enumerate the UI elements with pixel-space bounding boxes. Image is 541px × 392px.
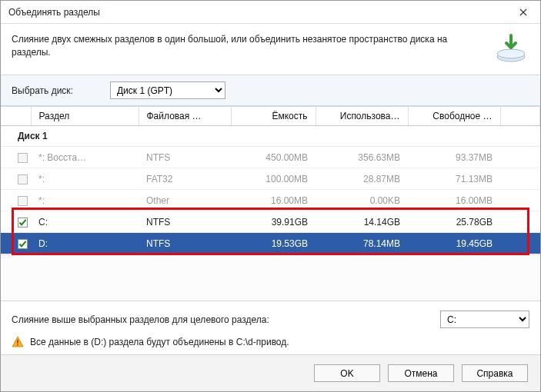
cell-used: 28.87MB <box>316 168 408 190</box>
disk-group-label: Диск 1 <box>1 126 540 147</box>
cell-capacity: 19.53GB <box>231 233 316 254</box>
merge-target-label: Слияние выше выбранных разделов для целе… <box>12 314 269 325</box>
col-used[interactable]: Использова… <box>316 107 408 126</box>
row-checkbox[interactable] <box>18 239 28 249</box>
cell-free: 19.45GB <box>408 233 500 254</box>
merge-target-row: Слияние выше выбранных разделов для целе… <box>12 311 529 328</box>
table-header-row: Раздел Файловая … Ёмкость Использова… Св… <box>1 107 540 126</box>
cell-used: 14.14GB <box>316 211 408 233</box>
window-title: Объединять разделы <box>8 7 100 18</box>
row-checkbox <box>18 196 28 206</box>
merge-target-select[interactable]: C: <box>440 311 529 328</box>
cell-filesystem: Other <box>139 190 231 211</box>
button-bar: OK Отмена Справка <box>1 354 540 391</box>
partition-row: *:FAT32100.00MB28.87MB71.13MB <box>1 168 540 190</box>
cell-capacity: 100.00MB <box>231 168 316 190</box>
cell-capacity: 450.00MB <box>231 147 316 168</box>
cell-partition: C: <box>31 211 139 233</box>
table-empty-area <box>1 254 540 301</box>
cell-used: 0.00KB <box>316 190 408 211</box>
disk-group-row: Диск 1 <box>1 126 540 147</box>
close-icon <box>519 8 527 16</box>
cell-filesystem: FAT32 <box>139 168 231 190</box>
row-checkbox-cell <box>1 147 31 168</box>
row-checkbox-cell[interactable] <box>1 233 31 254</box>
col-capacity[interactable]: Ёмкость <box>231 107 316 126</box>
close-button[interactable] <box>506 1 540 24</box>
row-checkbox <box>18 174 28 184</box>
disk-select[interactable]: Диск 1 (GPT) <box>110 81 225 99</box>
cell-capacity: 39.91GB <box>231 211 316 233</box>
cell-partition: *: Восста… <box>31 147 139 168</box>
cell-filesystem: NTFS <box>139 147 231 168</box>
partition-row[interactable]: C:NTFS39.91GB14.14GB25.78GB <box>1 211 540 233</box>
col-free[interactable]: Свободное … <box>408 107 500 126</box>
cell-partition: D: <box>31 233 139 254</box>
warning-row: Все данные в (D:) раздела будут объедине… <box>12 336 529 348</box>
partition-table: Раздел Файловая … Ёмкость Использова… Св… <box>1 106 540 254</box>
disk-select-label: Выбрать диск: <box>12 85 73 96</box>
row-checkbox-cell[interactable] <box>1 211 31 233</box>
row-checkbox-cell <box>1 190 31 211</box>
warning-icon <box>12 336 24 348</box>
cell-used: 78.14MB <box>316 233 408 254</box>
cell-capacity: 16.00MB <box>231 190 316 211</box>
disk-toolbar: Выбрать диск: Диск 1 (GPT) <box>1 75 540 106</box>
col-filesystem[interactable]: Файловая … <box>139 107 231 126</box>
lower-panel: Слияние выше выбранных разделов для целе… <box>1 301 540 354</box>
cell-free: 93.37MB <box>408 147 500 168</box>
cell-filesystem: NTFS <box>139 211 231 233</box>
help-button[interactable]: Справка <box>462 364 528 382</box>
row-checkbox-cell <box>1 168 31 190</box>
col-partition[interactable]: Раздел <box>31 107 139 126</box>
cell-partition: *: <box>31 168 139 190</box>
row-checkbox[interactable] <box>18 218 28 228</box>
cell-free: 71.13MB <box>408 168 500 190</box>
cell-free: 25.78GB <box>408 211 500 233</box>
partition-row: *: Восста…NTFS450.00MB356.63MB93.37MB <box>1 147 540 168</box>
description-area: Слияние двух смежных разделов в один бол… <box>1 24 540 75</box>
svg-rect-2 <box>17 340 18 344</box>
cell-used: 356.63MB <box>316 147 408 168</box>
cell-filesystem: NTFS <box>139 233 231 254</box>
partition-row: *:Other16.00MB0.00KB16.00MB <box>1 190 540 211</box>
svg-rect-3 <box>17 344 18 346</box>
partition-row[interactable]: D:NTFS19.53GB78.14MB19.45GB <box>1 233 540 254</box>
description-text: Слияние двух смежных разделов в один бол… <box>12 33 488 60</box>
svg-point-1 <box>497 49 525 58</box>
merge-hero-icon <box>494 33 528 64</box>
warning-text: Все данные в (D:) раздела будут объедине… <box>30 337 289 347</box>
cell-free: 16.00MB <box>408 190 500 211</box>
cancel-button[interactable]: Отмена <box>388 364 454 382</box>
cell-partition: *: <box>31 190 139 211</box>
row-checkbox <box>18 153 28 163</box>
partition-table-wrap: Раздел Файловая … Ёмкость Использова… Св… <box>1 106 540 254</box>
ok-button[interactable]: OK <box>314 364 380 382</box>
titlebar: Объединять разделы <box>1 1 540 24</box>
